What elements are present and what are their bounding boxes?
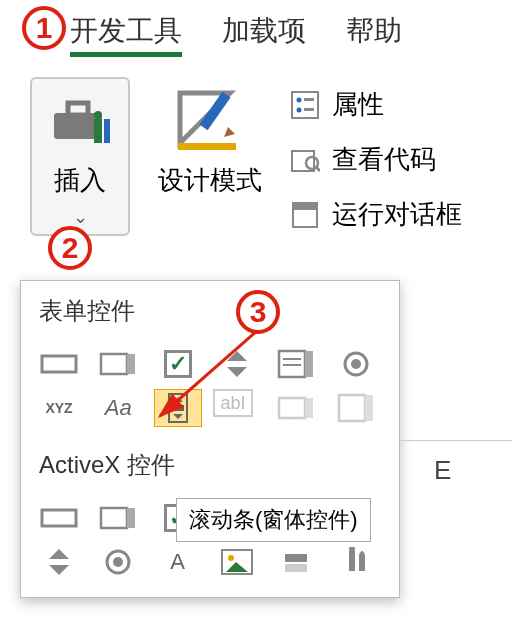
svg-point-4 bbox=[94, 111, 102, 119]
svg-rect-8 bbox=[292, 92, 318, 118]
svg-rect-37 bbox=[42, 510, 76, 526]
ax-option-icon[interactable] bbox=[94, 543, 142, 581]
ax-spinner-icon[interactable] bbox=[35, 543, 83, 581]
dropdown-caret-icon[interactable]: ⌄ bbox=[73, 206, 88, 228]
svg-rect-17 bbox=[293, 203, 317, 210]
svg-rect-2 bbox=[94, 119, 102, 143]
svg-point-43 bbox=[113, 557, 123, 567]
scrollbar-control-icon[interactable] bbox=[154, 389, 202, 427]
svg-rect-3 bbox=[104, 119, 110, 143]
annotation-marker-3: 3 bbox=[236, 290, 280, 334]
svg-marker-40 bbox=[49, 549, 69, 559]
design-mode-button[interactable]: 设计模式 bbox=[150, 77, 270, 204]
svg-rect-51 bbox=[359, 555, 365, 571]
combo-disabled-icon bbox=[272, 389, 320, 427]
svg-rect-5 bbox=[199, 92, 230, 131]
svg-point-11 bbox=[297, 107, 302, 112]
run-dialog-icon bbox=[290, 200, 320, 230]
list-disabled-icon bbox=[332, 389, 380, 427]
checkbox-control-icon[interactable]: ✓ bbox=[154, 345, 202, 383]
run-dialog-button[interactable]: 运行对话框 bbox=[290, 197, 462, 232]
svg-rect-33 bbox=[279, 398, 305, 418]
tab-addins[interactable]: 加载项 bbox=[222, 12, 306, 57]
view-code-label: 查看代码 bbox=[332, 142, 436, 177]
svg-rect-38 bbox=[101, 508, 127, 528]
insert-label: 插入 bbox=[54, 163, 106, 198]
ax-button-icon[interactable] bbox=[35, 499, 83, 537]
svg-marker-46 bbox=[226, 562, 248, 572]
insert-button[interactable]: 插入 ⌄ bbox=[30, 77, 130, 236]
svg-point-28 bbox=[351, 359, 361, 369]
form-controls-header: 表单控件 bbox=[25, 285, 395, 337]
ax-more-icon[interactable] bbox=[332, 543, 380, 581]
svg-rect-12 bbox=[304, 108, 314, 111]
activex-controls-header: ActiveX 控件 bbox=[25, 439, 395, 491]
view-code-button[interactable]: 查看代码 bbox=[290, 142, 462, 177]
svg-rect-24 bbox=[305, 351, 313, 377]
svg-rect-18 bbox=[42, 356, 76, 372]
tab-help[interactable]: 帮助 bbox=[346, 12, 402, 57]
ax-toggle-icon[interactable] bbox=[272, 543, 320, 581]
design-mode-icon bbox=[170, 83, 250, 155]
combobox-control-icon[interactable] bbox=[94, 345, 142, 383]
spinner-control-icon[interactable] bbox=[213, 345, 261, 383]
run-dialog-label: 运行对话框 bbox=[332, 197, 462, 232]
svg-point-45 bbox=[228, 555, 234, 561]
svg-rect-7 bbox=[178, 143, 236, 150]
svg-rect-48 bbox=[285, 564, 307, 572]
svg-line-15 bbox=[316, 167, 320, 171]
svg-rect-10 bbox=[304, 98, 314, 101]
worksheet-grid[interactable]: E bbox=[400, 440, 512, 634]
ax-image-icon[interactable] bbox=[213, 543, 261, 581]
svg-rect-35 bbox=[339, 395, 365, 421]
properties-button[interactable]: 属性 bbox=[290, 87, 462, 122]
toolbox-icon bbox=[48, 89, 112, 149]
listbox-control-icon[interactable] bbox=[272, 345, 320, 383]
view-code-icon bbox=[290, 145, 320, 175]
groupbox-control-icon[interactable]: Aa bbox=[94, 389, 142, 427]
svg-marker-22 bbox=[227, 367, 247, 377]
ax-combobox-icon[interactable] bbox=[94, 499, 142, 537]
svg-rect-19 bbox=[101, 354, 127, 374]
svg-rect-1 bbox=[68, 103, 88, 115]
column-header-e[interactable]: E bbox=[434, 455, 451, 486]
tooltip: 滚动条(窗体控件) bbox=[176, 498, 371, 542]
svg-marker-31 bbox=[173, 414, 183, 419]
svg-rect-32 bbox=[172, 405, 184, 411]
design-mode-label: 设计模式 bbox=[158, 163, 262, 198]
svg-marker-41 bbox=[49, 565, 69, 575]
annotation-marker-1: 1 bbox=[22, 6, 66, 50]
ax-label-icon[interactable]: A bbox=[154, 543, 202, 581]
svg-marker-21 bbox=[227, 351, 247, 361]
svg-marker-6 bbox=[224, 127, 235, 137]
textbox-disabled-icon: abI bbox=[213, 389, 253, 417]
tab-developer[interactable]: 开发工具 bbox=[70, 12, 182, 57]
svg-point-9 bbox=[297, 97, 302, 102]
annotation-marker-2: 2 bbox=[48, 226, 92, 270]
svg-marker-30 bbox=[173, 397, 183, 402]
properties-label: 属性 bbox=[332, 87, 384, 122]
insert-controls-popup: 表单控件 ✓ XYZ Aa abI ActiveX 控件 ✓ A bbox=[20, 280, 400, 598]
svg-rect-49 bbox=[349, 551, 355, 571]
optionbutton-control-icon[interactable] bbox=[332, 345, 380, 383]
svg-rect-34 bbox=[305, 398, 313, 418]
properties-icon bbox=[290, 90, 320, 120]
svg-rect-20 bbox=[127, 354, 135, 374]
button-control-icon[interactable] bbox=[35, 345, 83, 383]
svg-rect-47 bbox=[285, 554, 307, 562]
svg-rect-39 bbox=[127, 508, 135, 528]
svg-rect-36 bbox=[365, 395, 373, 421]
label-control-icon[interactable]: XYZ bbox=[35, 389, 83, 427]
